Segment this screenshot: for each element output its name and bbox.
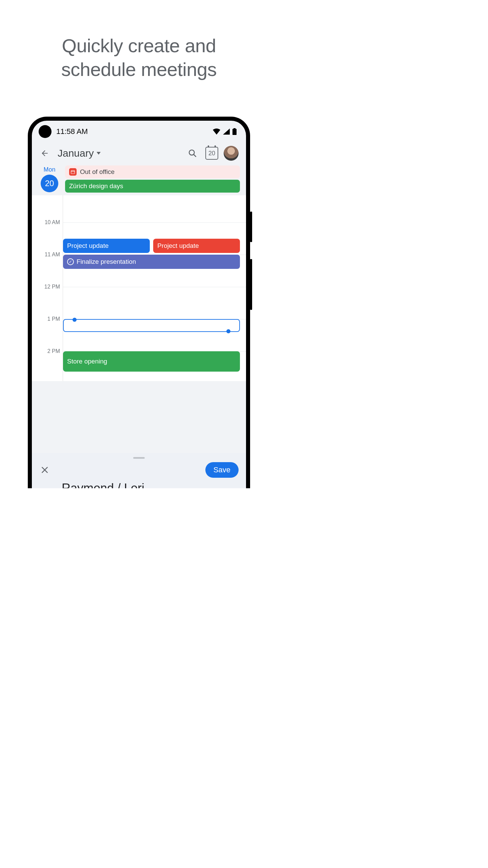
camera-hole (39, 125, 52, 138)
signal-icon (223, 129, 230, 135)
status-icons (213, 128, 237, 135)
event-project-update-b[interactable]: Project update (153, 239, 240, 253)
event-project-update-a[interactable]: Project update (63, 239, 150, 253)
allday-column: Out of office Zürich design days (65, 164, 246, 194)
day-header: Mon 20 Out of office Zürich design days (32, 164, 246, 194)
time-label-12pm: 12 PM (44, 284, 60, 290)
power-button (250, 259, 252, 310)
event-label: Project update (67, 242, 109, 250)
time-label-2pm: 2 PM (47, 348, 60, 354)
back-button[interactable] (37, 146, 52, 161)
resize-handle-top[interactable] (73, 318, 77, 322)
time-label-11am: 11 AM (45, 252, 60, 258)
volume-button (250, 212, 252, 242)
svg-line-3 (194, 154, 196, 157)
time-gutter: 10 AM 11 AM 12 PM 1 PM 2 PM (32, 195, 63, 381)
day-column[interactable]: Mon 20 (34, 164, 65, 194)
task-check-icon: ✓ (67, 258, 74, 265)
status-bar: 11:58 AM (32, 121, 246, 142)
search-button[interactable] (185, 146, 200, 161)
month-label: January (58, 147, 94, 159)
time-label-1pm: 1 PM (47, 316, 60, 322)
event-label: Finalize presentation (77, 258, 136, 265)
today-date: 20 (208, 150, 215, 157)
app-header: January 20 (32, 142, 246, 164)
event-label: Store opening (67, 358, 107, 365)
resize-handle-bottom[interactable] (226, 329, 230, 333)
svg-rect-4 (71, 171, 75, 174)
headline-line2: schedule meetings (0, 58, 278, 81)
status-time: 11:58 AM (56, 127, 88, 136)
svg-rect-0 (233, 128, 236, 129)
allday-event-zurich[interactable]: Zürich design days (65, 180, 240, 193)
close-button[interactable] (37, 462, 52, 477)
ooo-label: Out of office (80, 168, 115, 176)
chevron-down-icon (97, 152, 101, 155)
phone-frame: 11:58 AM January (28, 117, 250, 488)
calendar-body: Mon 20 Out of office Zürich design days (32, 164, 246, 381)
save-button[interactable]: Save (205, 462, 239, 478)
event-area[interactable]: Project update Project update ✓ Finalize… (63, 195, 240, 381)
event-store-opening[interactable]: Store opening (63, 351, 240, 372)
time-grid: 10 AM 11 AM 12 PM 1 PM 2 PM Project upda… (32, 195, 246, 381)
event-label: Project update (157, 242, 199, 250)
svg-rect-1 (232, 129, 237, 135)
month-selector[interactable]: January (58, 147, 101, 159)
event-finalize[interactable]: ✓ Finalize presentation (63, 255, 240, 269)
weekday-label: Mon (34, 166, 65, 173)
new-event-slot[interactable] (63, 319, 240, 332)
allday-event-ooo[interactable]: Out of office (65, 165, 240, 178)
day-number: 20 (41, 175, 58, 192)
battery-icon (232, 128, 237, 135)
wifi-icon (213, 129, 220, 135)
account-avatar[interactable] (224, 146, 239, 161)
today-button[interactable]: 20 (205, 147, 218, 160)
phone-screen: 11:58 AM January (32, 121, 246, 488)
event-create-panel: Save Raymond / Lori Mon Jan 20 · 3:30–4 … (32, 453, 246, 488)
time-label-10am: 10 AM (45, 219, 60, 225)
event-title-input[interactable]: Raymond / Lori (62, 481, 238, 488)
zurich-label: Zürich design days (69, 182, 123, 190)
marketing-headline: Quickly create and schedule meetings (0, 0, 278, 81)
ooo-icon (69, 168, 77, 176)
headline-line1: Quickly create and (0, 34, 278, 58)
